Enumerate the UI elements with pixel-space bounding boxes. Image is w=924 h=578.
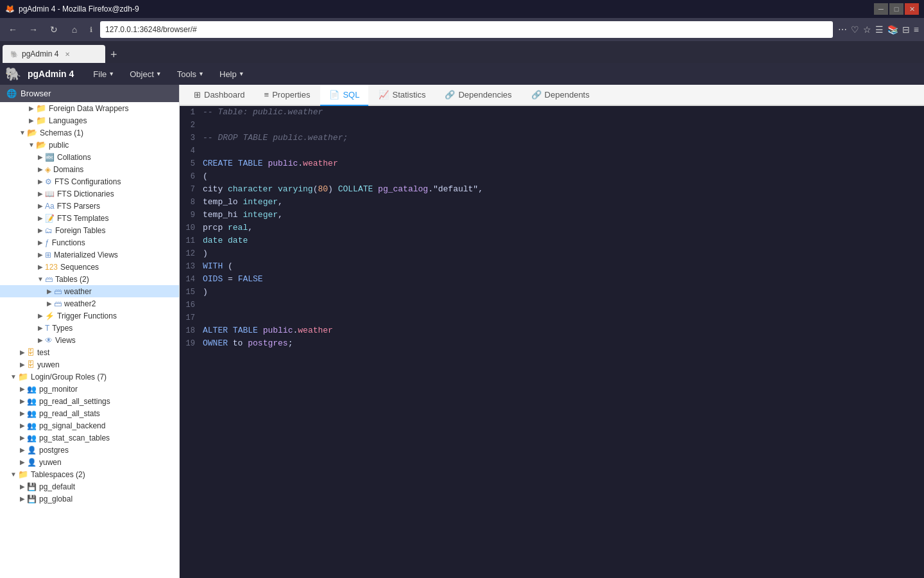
tree-toggle-yuwen-user[interactable]: ▶ xyxy=(18,459,27,466)
tree-toggle-tablespaces[interactable]: ▼ xyxy=(9,471,18,478)
sidebar-item-yuwen-user[interactable]: ▶ 👤 yuwen xyxy=(0,456,179,468)
sidebar-item-fts-templates[interactable]: ▶ 📝 FTS Templates xyxy=(0,212,179,224)
minimize-button[interactable]: ─ xyxy=(874,3,888,15)
sidebar-item-languages[interactable]: ▶ 📁 Languages xyxy=(0,114,179,127)
sidebar-icon[interactable]: 📚 xyxy=(887,24,898,35)
tab-dashboard[interactable]: ⊞Dashboard xyxy=(185,85,254,106)
sidebar-item-yuwen[interactable]: ▶ 🗄 yuwen xyxy=(0,358,179,371)
sidebar-item-materialized-views[interactable]: ▶ ⊞ Materialized Views xyxy=(0,249,179,261)
line-content[interactable]: city character varying(80) COLLATE pg_ca… xyxy=(203,183,924,196)
sidebar-item-public[interactable]: ▼ 📂 public xyxy=(0,139,179,151)
sidebar-item-tables[interactable]: ▼ 🗃 Tables (2) xyxy=(0,273,179,285)
line-content[interactable]: ( xyxy=(203,170,924,183)
tab-properties[interactable]: ≡Properties xyxy=(255,85,320,106)
sidebar-item-pg_default[interactable]: ▶ 💾 pg_default xyxy=(0,480,179,493)
back-button[interactable]: ← xyxy=(5,22,21,37)
line-content[interactable]: -- Table: public.weather xyxy=(203,106,924,119)
tree-toggle-collations[interactable]: ▶ xyxy=(36,153,45,161)
sidebar-item-trigger-functions[interactable]: ▶ ⚡ Trigger Functions xyxy=(0,310,179,322)
line-content[interactable] xyxy=(203,299,924,311)
tab-statistics[interactable]: 📈Statistics xyxy=(370,85,434,106)
sidebar-item-weather[interactable]: ▶ 🗃 weather xyxy=(0,285,179,297)
tree-toggle-views[interactable]: ▶ xyxy=(36,337,45,344)
sidebar-item-pg_read_all_stats[interactable]: ▶ 👥 pg_read_all_stats xyxy=(0,407,179,419)
sidebar-item-fts-configurations[interactable]: ▶ ⚙ FTS Configurations xyxy=(0,175,179,188)
hamburger-icon[interactable]: ≡ xyxy=(914,24,919,35)
tree-toggle-pg_read_all_stats[interactable]: ▶ xyxy=(18,410,27,417)
line-content[interactable]: prcp real, xyxy=(203,222,924,234)
split-icon[interactable]: ⊟ xyxy=(902,24,910,35)
sidebar-item-postgres[interactable]: ▶ 👤 postgres xyxy=(0,444,179,456)
line-content[interactable] xyxy=(203,311,924,324)
tree-toggle-functions[interactable]: ▶ xyxy=(36,239,45,246)
tree-toggle-fts-templates[interactable]: ▶ xyxy=(36,215,45,222)
sidebar-item-schemas[interactable]: ▼ 📂 Schemas (1) xyxy=(0,127,179,139)
close-button[interactable]: ✕ xyxy=(905,3,919,15)
menu-icon[interactable]: ☰ xyxy=(875,24,884,35)
tree-toggle-pg_stat_scan_tables[interactable]: ▶ xyxy=(18,434,27,441)
tree-toggle-weather2[interactable]: ▶ xyxy=(45,300,54,307)
tree-toggle-sequences[interactable]: ▶ xyxy=(36,263,45,270)
line-content[interactable]: temp_lo integer, xyxy=(203,196,924,209)
object-menu[interactable]: Object ▼ xyxy=(123,67,168,82)
tree-toggle-schemas[interactable]: ▼ xyxy=(18,129,27,136)
sidebar-item-pg_read_all_settings[interactable]: ▶ 👥 pg_read_all_settings xyxy=(0,395,179,407)
line-content[interactable]: ALTER TABLE public.weather xyxy=(203,324,924,337)
sidebar-item-collations[interactable]: ▶ 🔤 Collations xyxy=(0,151,179,163)
more-icon[interactable]: ⋯ xyxy=(838,24,847,35)
sidebar-item-foreign-data-wrappers[interactable]: ▶ 📁 Foreign Data Wrappers xyxy=(0,102,179,114)
tree-toggle-pg_default[interactable]: ▶ xyxy=(18,483,27,490)
sql-editor[interactable]: 1-- Table: public.weather2 3-- DROP TABL… xyxy=(180,106,924,578)
line-content[interactable] xyxy=(203,119,924,132)
star-icon[interactable]: ☆ xyxy=(863,24,871,35)
sidebar-item-fts-dictionaries[interactable]: ▶ 📖 FTS Dictionaries xyxy=(0,188,179,200)
sidebar-item-sequences[interactable]: ▶ 123 Sequences xyxy=(0,261,179,273)
line-content[interactable]: OWNER to postgres; xyxy=(203,337,924,350)
tree-toggle-pg_global[interactable]: ▶ xyxy=(18,495,27,502)
bookmark-icon[interactable]: ♡ xyxy=(851,24,859,35)
forward-button[interactable]: → xyxy=(26,22,41,37)
line-content[interactable] xyxy=(203,144,924,157)
sidebar-item-types[interactable]: ▶ T Types xyxy=(0,322,179,334)
tree-toggle-test[interactable]: ▶ xyxy=(18,349,27,356)
tree-toggle-domains[interactable]: ▶ xyxy=(36,166,45,173)
tree-toggle-public[interactable]: ▼ xyxy=(27,141,36,148)
tree-toggle-login-group-roles[interactable]: ▼ xyxy=(9,373,18,380)
tab-dependents[interactable]: 🔗Dependents xyxy=(522,85,599,106)
refresh-button[interactable]: ↻ xyxy=(46,22,62,37)
titlebar-controls[interactable]: ─ □ ✕ xyxy=(874,3,919,15)
tree-toggle-fts-configurations[interactable]: ▶ xyxy=(36,178,45,185)
line-content[interactable]: -- DROP TABLE public.weather; xyxy=(203,132,924,144)
sidebar-item-domains[interactable]: ▶ ◈ Domains xyxy=(0,163,179,175)
tree-toggle-fts-parsers[interactable]: ▶ xyxy=(36,202,45,209)
file-menu[interactable]: File ▼ xyxy=(87,67,121,82)
sidebar-item-pg_signal_backend[interactable]: ▶ 👥 pg_signal_backend xyxy=(0,419,179,432)
tree-toggle-pg_signal_backend[interactable]: ▶ xyxy=(18,422,27,429)
sidebar-item-login-group-roles[interactable]: ▼ 📁 Login/Group Roles (7) xyxy=(0,371,179,383)
sidebar-item-pg_monitor[interactable]: ▶ 👥 pg_monitor xyxy=(0,383,179,395)
tree-toggle-foreign-data-wrappers[interactable]: ▶ xyxy=(27,105,36,112)
tools-menu[interactable]: Tools ▼ xyxy=(171,67,210,82)
home-button[interactable]: ⌂ xyxy=(67,22,82,37)
sidebar-item-fts-parsers[interactable]: ▶ Aa FTS Parsers xyxy=(0,200,179,212)
tree-toggle-weather[interactable]: ▶ xyxy=(45,288,54,295)
tab-close-button[interactable]: ✕ xyxy=(65,51,70,58)
line-content[interactable]: ) xyxy=(203,286,924,299)
url-input[interactable] xyxy=(100,21,833,38)
tree-toggle-materialized-views[interactable]: ▶ xyxy=(36,251,45,258)
sidebar-item-tablespaces[interactable]: ▼ 📁 Tablespaces (2) xyxy=(0,468,179,480)
tab-sql[interactable]: 📄SQL xyxy=(320,85,368,106)
line-content[interactable]: OIDS = FALSE xyxy=(203,273,924,286)
sidebar-item-weather2[interactable]: ▶ 🗃 weather2 xyxy=(0,297,179,310)
sidebar-item-pg_global[interactable]: ▶ 💾 pg_global xyxy=(0,493,179,505)
maximize-button[interactable]: □ xyxy=(889,3,903,15)
tree-toggle-postgres[interactable]: ▶ xyxy=(18,446,27,453)
tree-toggle-languages[interactable]: ▶ xyxy=(27,117,36,124)
line-content[interactable]: WITH ( xyxy=(203,260,924,273)
line-content[interactable]: ) xyxy=(203,247,924,260)
tree-toggle-pg_monitor[interactable]: ▶ xyxy=(18,385,27,392)
tab-dependencies[interactable]: 🔗Dependencies xyxy=(436,85,520,106)
sidebar-item-pg_stat_scan_tables[interactable]: ▶ 👥 pg_stat_scan_tables xyxy=(0,432,179,444)
tree-toggle-foreign-tables[interactable]: ▶ xyxy=(36,227,45,234)
line-content[interactable]: temp_hi integer, xyxy=(203,209,924,222)
